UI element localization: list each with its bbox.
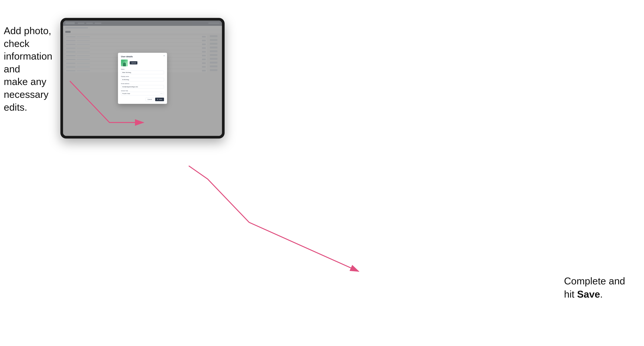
annotation-right-period: . bbox=[600, 289, 603, 300]
cancel-button[interactable]: Cancel bbox=[146, 98, 154, 101]
chevron-down-icon: ⌄ bbox=[162, 93, 163, 94]
name-label: Name bbox=[121, 69, 164, 70]
upload-button[interactable]: Upload bbox=[130, 61, 138, 64]
modal-overlay: User details × Upload Name bbox=[63, 20, 222, 136]
close-icon[interactable]: × bbox=[164, 55, 165, 57]
modal-footer: Cancel ⬆ Save bbox=[121, 98, 164, 101]
email-label: Email address bbox=[121, 83, 164, 84]
email-field-group: Email address bbox=[121, 83, 164, 89]
user-details-modal: User details × Upload Name bbox=[118, 53, 167, 104]
school-year-label: School Year bbox=[121, 90, 164, 91]
right-annotation: Complete and hit Save. bbox=[564, 274, 625, 301]
user-photo-thumbnail bbox=[121, 60, 128, 66]
annotation-right-bold: Save bbox=[577, 289, 600, 300]
display-name-label: Display name bbox=[121, 76, 164, 77]
tablet-screen: User details × Upload Name bbox=[63, 20, 222, 136]
annotation-line1: Add photo, check bbox=[4, 25, 51, 49]
annotation-right-line1: Complete and bbox=[564, 276, 625, 286]
save-button[interactable]: ⬆ Save bbox=[155, 98, 164, 101]
annotation-line4: necessary edits. bbox=[4, 89, 48, 113]
photo-section: Upload bbox=[121, 60, 164, 66]
school-year-wrapper: Fourth Year First Year Second Year Third… bbox=[121, 92, 164, 95]
school-year-field-group: School Year Fourth Year First Year Secon… bbox=[121, 90, 164, 95]
display-name-input[interactable] bbox=[121, 78, 164, 81]
photo-inner bbox=[121, 60, 128, 66]
email-input[interactable] bbox=[121, 85, 164, 89]
school-year-select[interactable]: Fourth Year First Year Second Year Third… bbox=[121, 92, 164, 95]
annotation-line3: make any bbox=[4, 76, 46, 87]
name-input[interactable] bbox=[121, 71, 164, 74]
modal-title: User details bbox=[121, 55, 164, 58]
display-name-field-group: Display name bbox=[121, 76, 164, 81]
annotation-right-line2: hit bbox=[564, 289, 577, 300]
app-content: User details × Upload Name bbox=[63, 20, 222, 136]
name-field-group: Name bbox=[121, 69, 164, 74]
select-clear-icon[interactable]: × bbox=[160, 93, 162, 94]
select-icons: × ⌄ bbox=[160, 93, 163, 94]
save-icon: ⬆ bbox=[157, 99, 158, 100]
save-label: Save bbox=[159, 99, 162, 100]
right-arrow bbox=[189, 166, 358, 271]
annotation-line2: information and bbox=[4, 51, 52, 74]
left-annotation: Add photo, check information and make an… bbox=[4, 24, 68, 114]
tablet-device: User details × Upload Name bbox=[60, 18, 224, 139]
photo-figure bbox=[123, 63, 126, 66]
